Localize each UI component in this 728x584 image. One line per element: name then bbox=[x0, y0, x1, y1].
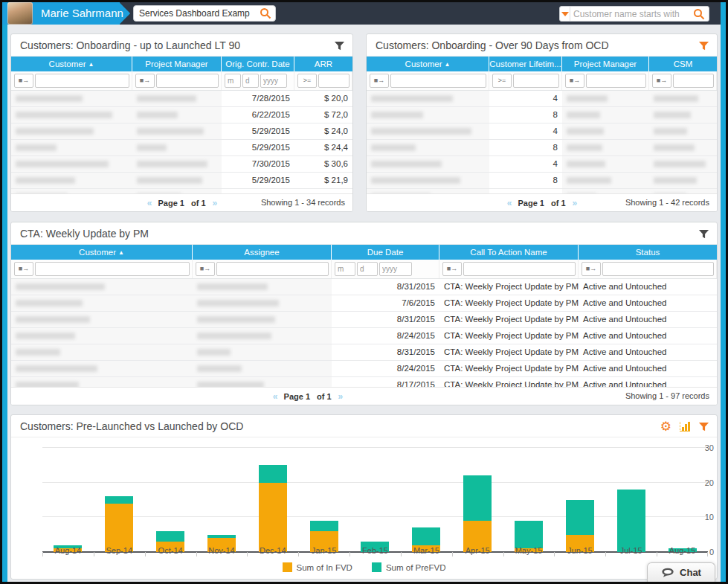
customer-search-input[interactable] bbox=[570, 9, 692, 19]
month-filter-input[interactable] bbox=[335, 262, 355, 276]
search-icon[interactable] bbox=[260, 7, 271, 19]
y-axis-tick-label: 10 bbox=[692, 513, 714, 522]
search-icon[interactable] bbox=[693, 8, 705, 20]
day-filter-input[interactable] bbox=[357, 262, 378, 276]
customer-filter-input[interactable] bbox=[35, 262, 190, 276]
redacted-text bbox=[137, 112, 178, 118]
table-row[interactable]: 8/31/2015CTA: Weekly Project Update by P… bbox=[11, 312, 717, 328]
chart-type-icon[interactable] bbox=[680, 422, 690, 431]
table-row[interactable]: 7/28/2015$ 20,0 bbox=[11, 91, 352, 107]
table-row[interactable]: 6/22/2015$ 72,0 bbox=[11, 107, 352, 123]
starts-with-operator[interactable]: ■→ bbox=[370, 74, 389, 88]
column-header-csm[interactable]: CSM bbox=[649, 57, 717, 71]
table-row[interactable]: 8/31/2015CTA: Weekly Project Update by P… bbox=[11, 344, 717, 361]
gte-operator[interactable]: >= bbox=[492, 74, 512, 88]
month-filter-input[interactable] bbox=[225, 74, 241, 88]
prev-page-button[interactable]: « bbox=[147, 198, 152, 208]
next-page-button[interactable]: » bbox=[338, 391, 343, 402]
column-header-customer[interactable]: Customer▲ bbox=[367, 57, 489, 71]
starts-with-operator[interactable]: ■→ bbox=[652, 74, 671, 88]
table-row[interactable]: 4 bbox=[367, 91, 717, 107]
gte-operator[interactable]: >= bbox=[297, 74, 317, 88]
column-header-arr[interactable]: ARR bbox=[294, 57, 352, 71]
bar-segment bbox=[412, 527, 440, 545]
dashboard-search-input[interactable] bbox=[134, 8, 258, 19]
filter-icon[interactable] bbox=[334, 40, 345, 51]
x-axis-category-label: Aug-15 bbox=[669, 546, 695, 555]
column-header-project-manager[interactable]: Project Manager bbox=[132, 57, 222, 71]
cta-name-filter-input[interactable] bbox=[463, 262, 576, 276]
starts-with-operator[interactable]: ■→ bbox=[582, 262, 601, 276]
next-page-button[interactable]: » bbox=[213, 198, 217, 208]
column-header-customer-lifetime[interactable]: Customer Lifetim... bbox=[489, 57, 562, 71]
assignee-filter-input[interactable] bbox=[216, 262, 329, 276]
stacked-bar[interactable] bbox=[259, 465, 287, 552]
starts-with-operator[interactable]: ■→ bbox=[196, 262, 215, 276]
starts-with-operator[interactable]: ■→ bbox=[135, 74, 155, 88]
table-row[interactable]: 8 bbox=[367, 173, 717, 189]
table-row[interactable]: 5/29/2015$ 24,4 bbox=[11, 140, 352, 156]
table-row[interactable]: 7/6/2015CTA: Weekly Project Update by PM… bbox=[11, 295, 717, 312]
pm-filter-input[interactable] bbox=[156, 74, 219, 88]
table-cell: 8 bbox=[489, 173, 562, 188]
user-avatar[interactable] bbox=[7, 2, 33, 25]
table-cell: Active and Untouched bbox=[579, 328, 717, 344]
search-operator-dropdown[interactable] bbox=[560, 7, 570, 21]
filter-icon[interactable] bbox=[698, 40, 709, 51]
customer-filter-input[interactable] bbox=[35, 74, 129, 88]
redacted-cell bbox=[193, 312, 332, 327]
redacted-cell bbox=[562, 156, 649, 172]
column-header-customer[interactable]: Customer▲ bbox=[11, 245, 193, 260]
bar-slot bbox=[452, 448, 503, 552]
prev-page-button[interactable]: « bbox=[507, 198, 512, 208]
day-filter-input[interactable] bbox=[242, 74, 259, 88]
year-filter-input[interactable] bbox=[260, 74, 287, 88]
column-header-customer[interactable]: Customer▲ bbox=[11, 57, 132, 71]
arr-filter-input[interactable] bbox=[318, 74, 349, 88]
csm-filter-input[interactable] bbox=[673, 74, 714, 88]
column-header-cta-name[interactable]: Call To Action Name bbox=[439, 245, 579, 260]
gear-icon[interactable]: ⚙ bbox=[660, 420, 671, 433]
stacked-bar[interactable] bbox=[566, 500, 594, 552]
table-row[interactable]: 5/29/2015$ 21,9 bbox=[11, 173, 352, 189]
column-header-assignee[interactable]: Assignee bbox=[193, 245, 332, 260]
status-filter-input[interactable] bbox=[602, 262, 714, 276]
starts-with-operator[interactable]: ■→ bbox=[14, 262, 33, 276]
table-cell: CTA: Weekly Project Update by PM bbox=[439, 328, 579, 344]
redacted-cell bbox=[132, 123, 222, 139]
stacked-bar[interactable] bbox=[463, 475, 492, 552]
pagination: « Page 1 of 1 » bbox=[507, 198, 576, 208]
redacted-text bbox=[654, 95, 698, 102]
table-row[interactable]: 8/31/2015CTA: Weekly Project Update by P… bbox=[11, 279, 717, 295]
table-row[interactable]: 5/29/2015$ 24,0 bbox=[11, 123, 352, 140]
table-row[interactable]: 8/24/2015CTA: Weekly Project Update by P… bbox=[11, 328, 717, 344]
prev-page-button[interactable]: « bbox=[273, 391, 277, 402]
table-row[interactable]: 7/30/2015$ 30,6 bbox=[11, 156, 352, 173]
filter-icon[interactable] bbox=[698, 421, 709, 432]
legend-item[interactable]: Sum of In FVD bbox=[283, 562, 352, 572]
column-header-status[interactable]: Status bbox=[579, 245, 717, 260]
stacked-bar[interactable] bbox=[105, 496, 133, 552]
column-header-due-date[interactable]: Due Date bbox=[332, 245, 439, 260]
customer-filter-input[interactable] bbox=[390, 74, 486, 88]
starts-with-operator[interactable]: ■→ bbox=[442, 262, 462, 276]
table-row[interactable]: 8 bbox=[367, 140, 717, 156]
lifetime-filter-input[interactable] bbox=[513, 74, 559, 88]
filter-icon[interactable] bbox=[698, 228, 709, 240]
column-header-orig-contr-date[interactable]: Orig. Contr. Date bbox=[222, 57, 294, 71]
chat-button[interactable]: Chat bbox=[647, 562, 715, 582]
column-header-project-manager[interactable]: Project Manager bbox=[562, 57, 649, 71]
starts-with-operator[interactable]: ■→ bbox=[565, 74, 584, 88]
table-cell: 8 bbox=[489, 107, 562, 123]
table-row[interactable]: 8 bbox=[367, 107, 717, 123]
legend-item[interactable]: Sum of PreFVD bbox=[372, 562, 446, 572]
table-row[interactable]: 8/24/2015CTA: Weekly Project Update by P… bbox=[11, 361, 717, 377]
year-filter-input[interactable] bbox=[379, 262, 412, 276]
table-row[interactable]: 4 bbox=[367, 123, 717, 140]
table-row[interactable]: 4 bbox=[367, 156, 717, 173]
starts-with-operator[interactable]: ■→ bbox=[14, 74, 33, 88]
pm-filter-input[interactable] bbox=[586, 74, 646, 88]
table-cell: 5/29/2015 bbox=[222, 123, 294, 139]
next-page-button[interactable]: » bbox=[573, 198, 577, 208]
stacked-bar[interactable] bbox=[617, 490, 645, 552]
